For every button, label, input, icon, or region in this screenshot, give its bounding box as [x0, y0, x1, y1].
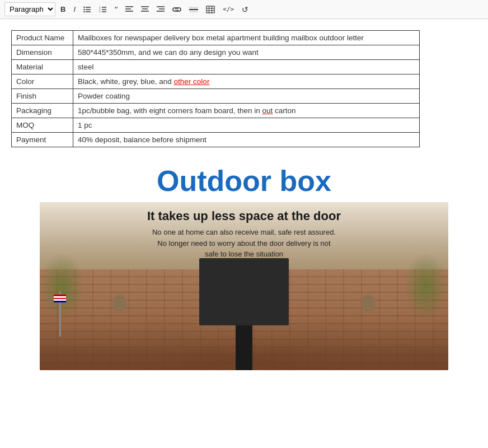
align-center-button[interactable] — [138, 4, 152, 15]
promo-section: Outdoor box It takes up less space a — [40, 164, 448, 370]
table-label-cell: Color — [12, 74, 73, 89]
italic-button[interactable]: I — [71, 3, 78, 15]
lantern-right-icon — [362, 295, 375, 311]
table-value-cell: Mailboxes for newspaper delivery box met… — [73, 31, 420, 45]
promo-text-overlay: It takes up less space at the door No on… — [40, 202, 448, 267]
mailbox-silhouette — [199, 258, 289, 370]
promo-title: Outdoor box — [40, 164, 448, 198]
align-left-button[interactable] — [123, 4, 136, 15]
promo-image-box: It takes up less space at the door No on… — [40, 202, 448, 370]
table-row: Packaging 1pc/bubble bag, with eight cor… — [12, 104, 420, 118]
color-link[interactable]: other color — [174, 77, 210, 86]
table-value-cell: 1 pc — [73, 118, 420, 133]
ordered-list-button[interactable]: 1.2.3. — [96, 4, 110, 15]
code-button[interactable]: </> — [220, 4, 237, 15]
table-row: Material steel — [12, 60, 420, 74]
editor-area[interactable]: Product Name Mailboxes for newspaper del… — [0, 19, 488, 381]
table-label-cell: Payment — [12, 133, 73, 147]
link-button[interactable] — [170, 4, 184, 15]
table-label-cell: Product Name — [12, 31, 73, 45]
paragraph-style-select[interactable]: Paragraph — [4, 2, 55, 16]
align-right-button[interactable] — [154, 4, 167, 15]
svg-point-5 — [83, 11, 85, 12]
color-text-normal: Black, white, grey, blue, and — [78, 77, 174, 86]
table-label-cell: Dimension — [12, 45, 73, 60]
table-value-cell: 40% deposit, balance before shipment — [73, 133, 420, 147]
promo-description: No one at home can also receive mail, sa… — [51, 227, 437, 260]
svg-point-3 — [83, 6, 85, 7]
table-value-cell: 580*445*350mm, and we can do any design … — [73, 45, 420, 60]
svg-point-4 — [83, 8, 85, 10]
table-value-color-cell: Black, white, grey, blue, and other colo… — [73, 74, 420, 89]
svg-text:3.: 3. — [99, 10, 101, 13]
table-value-cell: Powder coating — [73, 89, 420, 104]
mailbox-post — [236, 325, 252, 370]
promo-desc-line2: No longer need to worry about the door d… — [157, 239, 330, 248]
table-button[interactable] — [203, 4, 218, 15]
packaging-text-before: 1pc/bubble bag, with eight corners foam … — [78, 106, 262, 115]
bold-button[interactable]: B — [58, 3, 68, 15]
table-row: Dimension 580*445*350mm, and we can do a… — [12, 45, 420, 60]
lantern-left-icon — [113, 295, 126, 311]
unordered-list-button[interactable] — [81, 4, 94, 15]
table-label-cell: Finish — [12, 89, 73, 104]
undo-button[interactable]: ↺ — [239, 3, 251, 16]
table-label-cell: Packaging — [12, 104, 73, 118]
packaging-text-after: carton — [273, 106, 295, 115]
table-row: Product Name Mailboxes for newspaper del… — [12, 31, 420, 45]
table-row: MOQ 1 pc — [12, 118, 420, 133]
editor-toolbar: Paragraph B I 1.2.3. " </> ↺ — [0, 0, 488, 19]
mailbox-top — [199, 258, 289, 325]
blockquote-button[interactable]: " — [112, 3, 120, 16]
table-row: Payment 40% deposit, balance before ship… — [12, 133, 420, 147]
promo-subtitle: It takes up less space at the door — [51, 209, 437, 223]
promo-desc-line3: safe to lose the situation — [205, 250, 283, 258]
table-value-packaging-cell: 1pc/bubble bag, with eight corners foam … — [73, 104, 420, 118]
table-label-cell: Material — [12, 60, 73, 74]
flag-rect — [54, 295, 66, 302]
packaging-out-word: out — [262, 106, 273, 115]
promo-desc-line1: No one at home can also receive mail, sa… — [152, 228, 336, 236]
svg-rect-24 — [207, 6, 214, 13]
svg-rect-22 — [189, 7, 198, 8]
table-row: Color Black, white, grey, blue, and othe… — [12, 74, 420, 89]
hr-button[interactable] — [186, 4, 201, 15]
table-label-cell: MOQ — [12, 118, 73, 133]
product-table: Product Name Mailboxes for newspaper del… — [11, 30, 420, 147]
table-row: Finish Powder coating — [12, 89, 420, 104]
flag-icon — [52, 292, 69, 337]
svg-rect-23 — [189, 11, 198, 12]
table-value-cell: steel — [73, 60, 420, 74]
